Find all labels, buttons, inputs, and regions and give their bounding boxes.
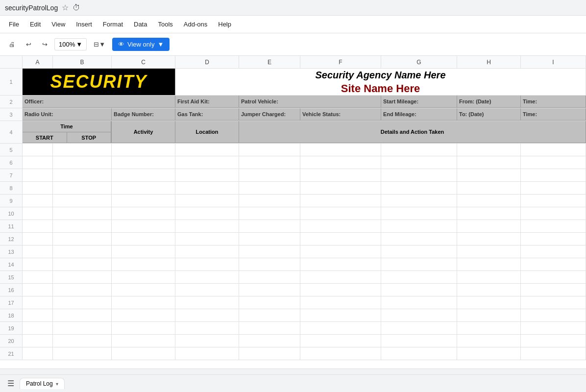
menu-edit[interactable]: Edit (25, 19, 46, 30)
data-row-13: 17 (0, 296, 586, 309)
row-2: 2 Officer: First Aid Kit: Patrol Vehicle… (0, 96, 586, 108)
start-mileage-label: Start Mileage: (381, 96, 457, 108)
time-col-header: Time START STOP (23, 121, 112, 143)
site-name-text: Site Name Here (341, 82, 420, 95)
data-row-4: 8 (0, 182, 586, 195)
title-bar: securityPatrolLog ☆ ⏱ (0, 0, 586, 16)
corner-header (0, 56, 23, 68)
row-3: 3 Radio Unit: Badge Number: Gas Tank: Ju… (0, 108, 586, 121)
col-header-c[interactable]: C (112, 56, 175, 68)
view-only-label: View only (127, 41, 154, 48)
data-row-11: 15 (0, 271, 586, 284)
data-row-17: 21 (0, 347, 586, 360)
row-num-1: 1 (0, 69, 23, 95)
zoom-label: 100% (59, 41, 75, 48)
first-aid-label: First Aid Kit: (175, 96, 239, 108)
print-button[interactable]: 🖨 (5, 38, 19, 50)
start-header: START (23, 132, 67, 143)
filter-icon: ⊟ (94, 41, 99, 48)
time-label: Time (23, 121, 111, 132)
tab-chevron: ▾ (56, 381, 58, 387)
site-name-cell: Site Name Here (175, 82, 586, 95)
col-header-h[interactable]: H (457, 56, 521, 68)
menu-format[interactable]: Format (98, 19, 128, 30)
logo-text: SECURITY (50, 72, 147, 92)
data-row-14: 18 (0, 309, 586, 322)
view-only-chevron: ▼ (157, 41, 164, 48)
menu-data[interactable]: Data (129, 19, 152, 30)
redo-button[interactable]: ↪ (38, 38, 51, 50)
menu-help[interactable]: Help (213, 19, 236, 30)
to-date-label: To: (Date) (457, 108, 521, 121)
from-date-label: From: (Date) (457, 96, 521, 108)
data-row-10: 14 (0, 258, 586, 271)
data-row-8: 12 (0, 233, 586, 245)
tab-label: Patrol Log (26, 380, 53, 387)
data-row-15: 19 (0, 322, 586, 335)
start-stop-row: START STOP (23, 132, 111, 143)
row-num-3: 3 (0, 108, 23, 121)
stop-header: STOP (67, 132, 112, 143)
star-icon[interactable]: ☆ (62, 3, 69, 12)
data-row-7: 11 (0, 220, 586, 233)
time-from-label: Time: (521, 96, 586, 108)
header-title-cell: Security Agency Name Here Site Name Here (175, 69, 586, 95)
spreadsheet-body: 1 SECURITY Security Agency Name Here Sit… (0, 69, 586, 368)
data-row-3: 7 (0, 169, 586, 182)
view-only-button[interactable]: 👁 View only ▼ (112, 38, 170, 51)
col-header-f[interactable]: F (300, 56, 381, 68)
patrol-vehicle-label: Patrol Vehicle: (239, 96, 381, 108)
col-header-d[interactable]: D (175, 56, 239, 68)
logo-cell: SECURITY (23, 69, 175, 95)
row-4-headers: 4 Time START STOP Activity (0, 121, 586, 144)
data-row-1: 5 (0, 144, 586, 156)
patrol-log-tab[interactable]: Patrol Log ▾ (20, 378, 65, 389)
row-1: 1 SECURITY Security Agency Name Here Sit… (0, 69, 586, 96)
data-row-12: 16 (0, 284, 586, 296)
col-header-a[interactable]: A (23, 56, 53, 68)
menu-tools[interactable]: Tools (153, 19, 177, 30)
col-header-b[interactable]: B (53, 56, 112, 68)
row-num-4: 4 (0, 121, 23, 143)
jumper-charged-label: Jumper Charged: (239, 108, 300, 121)
menu-view[interactable]: View (47, 19, 70, 30)
menu-addons[interactable]: Add-ons (179, 19, 212, 30)
eye-icon: 👁 (118, 41, 124, 48)
end-mileage-label: End Mileage: (381, 108, 457, 121)
location-header: Location (175, 121, 239, 143)
time-to-label: Time: (521, 108, 586, 121)
tab-bar: ☰ Patrol Log ▾ (0, 374, 586, 392)
zoom-chevron: ▼ (76, 41, 82, 48)
menu-file[interactable]: File (4, 19, 24, 30)
data-row-16: 20 (0, 335, 586, 347)
document-title: securityPatrolLog (5, 4, 58, 12)
details-header: Details and Action Taken (239, 121, 586, 143)
filter-button[interactable]: ⊟ ▼ (90, 38, 109, 50)
horizontal-scrollbar[interactable] (0, 368, 586, 374)
hamburger-icon: ☰ (7, 379, 14, 388)
col-header-i[interactable]: I (521, 56, 586, 68)
agency-name-text: Security Agency Name Here (315, 70, 445, 81)
data-row-6: 10 (0, 207, 586, 220)
col-header-g[interactable]: G (381, 56, 457, 68)
data-row-9: 13 (0, 245, 586, 258)
col-header-e[interactable]: E (239, 56, 300, 68)
history-icon[interactable]: ⏱ (73, 3, 80, 12)
data-row-5: 9 (0, 195, 586, 207)
tab-menu-button[interactable]: ☰ (4, 377, 18, 391)
toolbar: 🖨 ↩ ↪ 100% ▼ ⊟ ▼ 👁 View only ▼ (0, 33, 586, 56)
zoom-selector[interactable]: 100% ▼ (54, 38, 87, 50)
menu-bar: File Edit View Insert Format Data Tools … (0, 16, 586, 33)
radio-unit-label: Radio Unit: (23, 108, 112, 121)
activity-header: Activity (112, 121, 175, 143)
badge-number-label: Badge Number: (112, 108, 175, 121)
spreadsheet-wrapper: A B C D E F G H I 1 SECURITY Security Ag… (0, 56, 586, 368)
filter-chevron: ▼ (99, 41, 105, 48)
gas-tank-label: Gas Tank: (175, 108, 239, 121)
data-row-2: 6 (0, 156, 586, 169)
officer-label: Officer: (23, 96, 175, 108)
menu-insert[interactable]: Insert (71, 19, 97, 30)
vehicle-status-label: Vehicle Status: (300, 108, 381, 121)
agency-name-cell: Security Agency Name Here (175, 69, 586, 82)
undo-button[interactable]: ↩ (22, 38, 35, 50)
